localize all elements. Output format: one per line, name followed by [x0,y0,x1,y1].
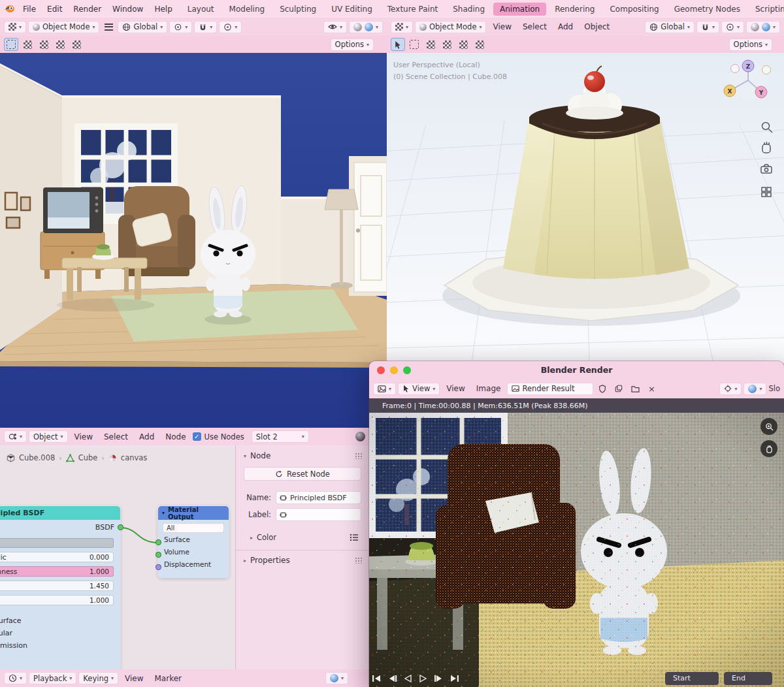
menu-file[interactable]: File [18,5,41,13]
menu-render[interactable]: Render [69,5,106,13]
next-keyframe-button[interactable] [434,675,444,682]
playback-dropdown[interactable]: Playback▾ [29,672,76,684]
render-result-image[interactable] [369,413,784,687]
render-result-area[interactable]: ‹ [369,413,784,687]
tab-modeling[interactable]: Modeling [223,3,272,16]
node-panel-header[interactable]: ▾ Node [236,445,369,460]
minimize-window-button[interactable] [390,366,398,374]
principled-node-header[interactable]: ▾ Principled BSDF [0,506,120,520]
alpha-slider[interactable]: Alpha 1.000 [0,595,114,605]
surface-input-socket[interactable] [155,539,161,545]
display-channels-dropdown[interactable]: ▾ [743,383,766,395]
tab-scripting[interactable]: Scripting [749,3,784,16]
color-row[interactable]: ▸ Color [250,533,359,542]
tab-layout[interactable]: Layout [181,3,221,16]
displacement-input-socket[interactable] [155,564,161,570]
editor-type-dropdown[interactable]: ▾ [4,672,27,684]
editor-type-dropdown[interactable]: ▾ [373,383,396,395]
open-image-button[interactable] [628,382,642,395]
slot-label-clipped[interactable]: Slo [768,384,780,393]
section-specular[interactable]: ▸Specular [0,627,120,639]
new-image-button[interactable] [612,382,626,395]
tool-tweak[interactable] [391,38,405,51]
pivot-dropdown[interactable]: ▾ [169,21,192,33]
tab-uv-editing[interactable]: UV Editing [325,3,379,16]
orientation-dropdown[interactable]: Global▾ [645,21,694,33]
snap-dropdown[interactable]: ▾ [696,21,719,33]
section-transmission[interactable]: ▸Transmission [0,639,120,652]
menu-object[interactable]: Object [580,23,614,31]
jump-to-end-button[interactable] [449,675,460,682]
editor-type-dropdown[interactable]: ▾ [391,21,413,33]
menu-view[interactable]: View [70,433,97,441]
tool-pattern-2[interactable] [37,38,51,51]
tv[interactable] [43,187,103,233]
play-button[interactable] [418,675,429,682]
options-dropdown-right[interactable]: Options▾ [729,39,772,51]
pan-button[interactable] [760,440,777,457]
name-field[interactable]: Principled BSDF [276,491,361,504]
tab-geometry-nodes[interactable]: Geometry Nodes [668,3,747,16]
panel-toggle-arrow[interactable]: ‹ [372,414,374,423]
volume-input-socket[interactable] [155,552,161,558]
reset-node-button[interactable]: Reset Node [244,467,361,481]
tool-select-box[interactable] [4,38,18,51]
mode-dropdown[interactable]: Object Mode▾ [415,21,486,33]
render-window-titlebar[interactable]: Blender Render [369,361,784,379]
tab-shading[interactable]: Shading [446,3,491,16]
ior-slider[interactable]: IOR 1.450 [0,581,114,591]
menu-view[interactable]: View [488,23,515,31]
orientation-dropdown[interactable]: Global▾ [118,21,167,33]
options-dropdown-left[interactable]: Options▾ [331,39,374,51]
output-node-header[interactable]: ▾ Material Output [158,506,229,520]
menu-add[interactable]: Add [135,433,159,441]
pudding-scene[interactable]: Z X Y [387,53,784,363]
image-mode-dropdown[interactable]: View▾ [398,383,440,395]
maximize-window-button[interactable] [403,366,411,374]
proportional-edit-dropdown[interactable]: ▾ [219,21,242,33]
pudding[interactable] [503,104,689,279]
viewport-menus-button[interactable] [101,20,116,33]
tab-animation[interactable]: Animation [493,3,546,16]
prev-keyframe-button[interactable] [387,675,397,682]
timeline-display-dropdown[interactable]: ▾ [325,672,348,684]
keying-dropdown[interactable]: Keying▾ [78,672,118,684]
base-color-field[interactable] [0,538,114,548]
frame-start-field[interactable]: Start [665,672,719,685]
tool-pattern-1[interactable] [423,38,438,51]
output-target-dropdown[interactable]: All [163,523,224,533]
tab-texture-paint[interactable]: Texture Paint [381,3,444,16]
menu-select[interactable]: Select [518,23,551,31]
editor-type-dropdown[interactable]: ▾ [4,21,26,33]
panel-drag-handle[interactable] [355,557,363,564]
node-canvas[interactable]: Cube.008 › Cube › canvas ▾ Principled BS… [0,445,235,669]
panel-drag-handle[interactable] [355,453,363,459]
tab-rendering[interactable]: Rendering [548,3,601,16]
tool-pattern-4[interactable] [472,38,487,51]
menu-marker[interactable]: Marker [150,675,186,682]
roughness-slider[interactable]: Roughness 1.000 [0,566,114,577]
proportional-edit-dropdown[interactable]: ▾ [721,21,744,33]
tool-pattern-3[interactable] [456,38,470,51]
properties-panel-header[interactable]: ▸ Properties [236,551,369,565]
tool-pattern-3[interactable] [53,38,67,51]
jump-to-start-button[interactable] [371,675,382,682]
material-preview-icon[interactable] [355,432,365,441]
menu-select[interactable]: Select [99,433,133,441]
close-window-button[interactable] [377,366,385,374]
material-output-node[interactable]: ▾ Material Output All Surface Volume Dis… [158,506,229,578]
mode-dropdown[interactable]: Object Mode▾ [28,21,99,33]
blender-logo-icon[interactable] [4,4,15,14]
visibility-dropdown[interactable]: ▾ [323,21,347,33]
list-icon[interactable] [350,534,359,541]
tool-pattern-4[interactable] [69,38,84,51]
shading-mode-dropdown[interactable]: ▾ [746,21,780,33]
metallic-slider[interactable]: Metallic 0.000 [0,552,114,562]
slot-dropdown[interactable]: Slot 2▾ [252,430,309,443]
gizmos-dropdown[interactable]: ▾ [719,383,742,395]
bsdf-output-socket[interactable] [118,524,123,530]
menu-image[interactable]: Image [472,385,506,392]
tool-select-box[interactable] [407,38,421,51]
fake-user-button[interactable] [595,382,610,395]
editor-type-dropdown[interactable]: ▾ [4,430,27,443]
